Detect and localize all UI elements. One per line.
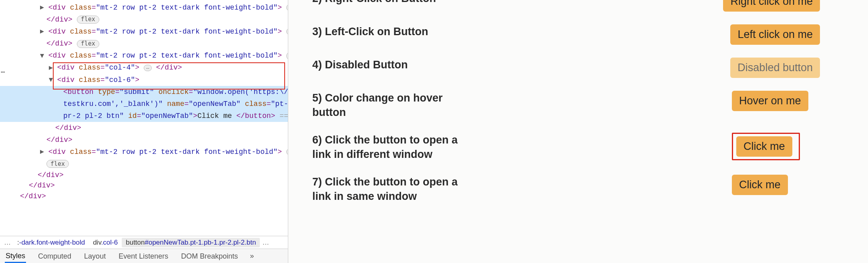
tab-event-listeners[interactable]: Event Listeners	[118, 250, 169, 262]
close-tag: </div>	[55, 124, 81, 132]
selected-node-indicator: == $0	[279, 112, 288, 120]
dom-tree[interactable]: ⋯ <div class="mt-2 row pt-2 text-dark fo…	[0, 0, 288, 236]
disabled-button: Disabled button	[730, 58, 820, 78]
svg-marker-0	[40, 6, 44, 10]
close-tag: </div>	[46, 40, 72, 48]
tabs-overflow-icon[interactable]: »	[250, 252, 254, 260]
open-tag: <button	[63, 88, 94, 96]
attr-value: "openNewTab"	[189, 100, 241, 108]
dom-node-selected[interactable]: <button type="submit" onclick="window.op…	[0, 86, 288, 122]
disclosure-triangle-closed-icon[interactable]	[49, 66, 53, 70]
breadcrumb-item[interactable]: :-dark.font-weight-bold	[13, 238, 89, 247]
list-item: 2) Right-Click on Button Right click on …	[312, 0, 820, 12]
ellipsis-pill-icon[interactable]: …	[144, 65, 152, 71]
attr-value: mt-2 row pt-2 text-dark font-weight-bold	[100, 148, 273, 156]
devtools-tabs: Styles Computed Layout Event Listeners D…	[0, 249, 288, 263]
list-item: 3) Left-Click on Button Left click on me	[312, 24, 820, 45]
disclosure-triangle-closed-icon[interactable]	[40, 150, 44, 154]
dom-node-expanded[interactable]: <div class="mt-2 row pt-2 text-dark font…	[0, 50, 288, 146]
item-label: 2) Right-Click on Button	[312, 0, 436, 6]
attr-value: col-6	[109, 76, 131, 84]
breadcrumb-overflow-right[interactable]: …	[260, 239, 271, 247]
breadcrumb-overflow-left[interactable]: …	[2, 239, 13, 247]
close-tag: </div>	[38, 171, 64, 179]
attr-value: mt-2 row pt-2 text-dark font-weight-bold	[100, 4, 273, 12]
close-tag: </button>	[236, 112, 275, 120]
close-tag: </div>	[20, 192, 46, 200]
attr-value: col-4	[109, 64, 131, 72]
open-new-tab-button[interactable]: Click me	[736, 136, 792, 157]
disclosure-triangle-closed-icon[interactable]	[40, 30, 44, 34]
svg-marker-5	[40, 150, 44, 154]
breadcrumb-item-selected[interactable]: button#openNewTab.pt-1.pb-1.pr-2.pl-2.bt…	[122, 238, 260, 247]
attr-value: mt-2 row pt-2 text-dark font-weight-bold	[100, 52, 273, 60]
breadcrumb[interactable]: … :-dark.font-weight-bold div.col-6 butt…	[0, 236, 288, 249]
dom-node[interactable]: <div class="mt-2 row pt-2 text-dark font…	[0, 2, 288, 26]
flex-badge[interactable]: flex	[77, 16, 99, 24]
disclosure-triangle-closed-icon[interactable]	[40, 6, 44, 10]
dom-node[interactable]: <div class="mt-2 row pt-2 text-dark font…	[0, 26, 288, 50]
rendered-page: 2) Right-Click on Button Right click on …	[288, 0, 868, 263]
flex-badge[interactable]: flex	[286, 52, 288, 60]
list-item: 4) Disabled Button Disabled button	[312, 58, 820, 78]
tab-dom-breakpoints[interactable]: DOM Breakpoints	[180, 250, 239, 262]
attr-value: "openNewTab"	[141, 112, 193, 120]
attr-name: id	[128, 112, 137, 120]
left-click-button[interactable]: Left click on me	[730, 24, 820, 45]
svg-marker-4	[49, 78, 53, 82]
attr-name: name	[167, 100, 184, 108]
ellipsis-pill-icon[interactable]: …	[286, 28, 288, 35]
close-tag: </div>	[46, 16, 72, 24]
attr-name: onclick	[159, 88, 189, 96]
close-tag: </div>	[156, 64, 182, 72]
dom-node-expanded[interactable]: <div class="col-6">	[0, 74, 288, 86]
ellipsis-pill-icon[interactable]: …	[286, 4, 288, 11]
highlighted-button-box: Click me	[732, 133, 800, 160]
item-label: 3) Left-Click on Button	[312, 24, 428, 39]
hover-button[interactable]: Hover on me	[732, 91, 808, 111]
item-label: 6) Click the button to open a link in di…	[312, 133, 464, 162]
flex-badge[interactable]: flex	[77, 40, 99, 48]
right-click-button[interactable]: Right click on me	[723, 0, 820, 12]
disclosure-triangle-open-icon[interactable]	[49, 78, 53, 82]
dom-node[interactable]: <div class="col-4"> … </div>	[0, 62, 288, 74]
attr-value: "window.open('https:\/\/www.	[193, 88, 288, 96]
list-item: 6) Click the button to open a link in di…	[312, 133, 820, 162]
breadcrumb-item[interactable]: div.col-6	[89, 238, 122, 247]
svg-marker-3	[49, 66, 53, 70]
list-item: 7) Click the button to open a link in sa…	[312, 175, 820, 204]
tab-styles[interactable]: Styles	[5, 249, 26, 263]
tab-computed[interactable]: Computed	[37, 250, 72, 262]
tab-layout[interactable]: Layout	[83, 250, 106, 262]
attr-value: testkru.com','_blank')"	[63, 100, 163, 108]
dom-node[interactable]: <div class="mt-2 row pt-2 text-dark font…	[0, 146, 288, 170]
attr-name: type	[98, 88, 115, 96]
item-label: 5) Color change on hover button	[312, 91, 464, 120]
attr-name: class	[245, 100, 267, 108]
devtools-panel: ⋯ <div class="mt-2 row pt-2 text-dark fo…	[0, 0, 288, 263]
svg-marker-2	[40, 54, 44, 58]
svg-marker-1	[40, 30, 44, 34]
attr-value: "submit"	[119, 88, 154, 96]
attr-value: mt-2 row pt-2 text-dark font-weight-bold	[100, 28, 273, 36]
open-same-window-button[interactable]: Click me	[732, 175, 788, 195]
ellipsis-pill-icon[interactable]: …	[286, 149, 288, 155]
disclosure-triangle-open-icon[interactable]	[40, 54, 44, 58]
close-tag: </div>	[46, 136, 72, 144]
item-label: 7) Click the button to open a link in sa…	[312, 175, 464, 204]
close-tag: </div>	[29, 181, 55, 189]
flex-badge[interactable]: flex	[46, 160, 69, 168]
item-label: 4) Disabled Button	[312, 58, 408, 72]
list-item: 5) Color change on hover button Hover on…	[312, 91, 820, 120]
text-node: Click me	[197, 112, 236, 120]
